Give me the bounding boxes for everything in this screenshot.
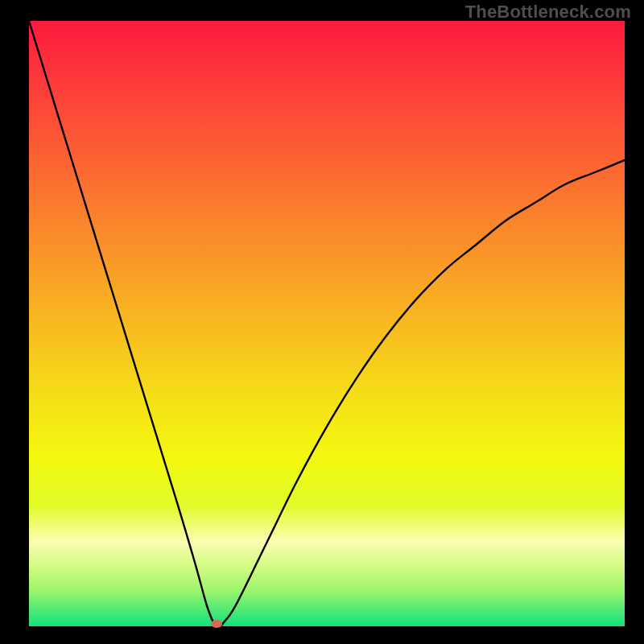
chart-container: TheBottleneck.com	[0, 0, 644, 644]
plot-background	[29, 21, 625, 626]
bottleneck-chart	[0, 0, 644, 644]
min-marker	[211, 620, 222, 628]
watermark-label: TheBottleneck.com	[465, 2, 631, 23]
